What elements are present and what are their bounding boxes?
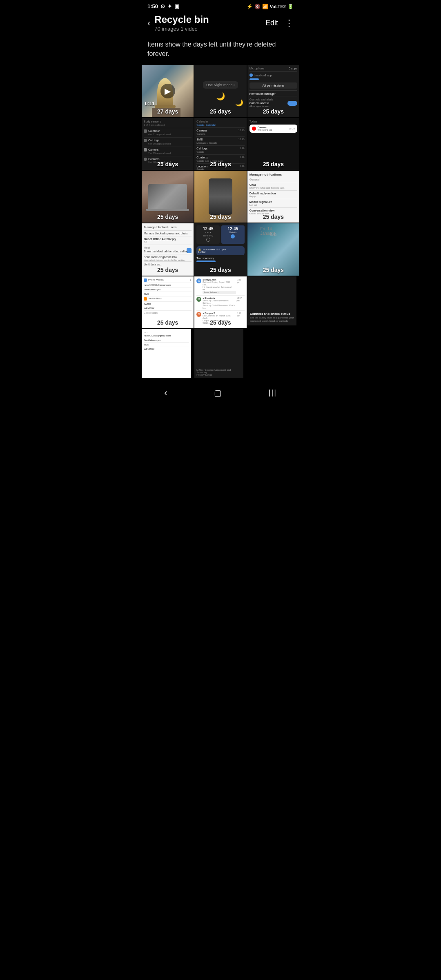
grid-item-2[interactable]: Use Night mode › 🌙 🌙 25 days — [194, 65, 246, 117]
grid-item-11[interactable]: 12:45 • • • • Icon only 12:45 Details 🔒 … — [194, 223, 246, 275]
title-block: Recycle bin 70 images 1 video — [154, 14, 209, 32]
status-bar: 1:50 ⊙ ✦ ▣ ⚡ 🔇 📶 VoLTE2 🔋 — [141, 0, 300, 11]
grid-item-1[interactable]: ▶ 0:11 27 days — [142, 65, 194, 117]
navigation-bar: ‹ ▢ ||| — [141, 381, 300, 403]
grid-item-4[interactable]: Body sensors 1 of 4 apps allowed Calenda… — [142, 118, 194, 170]
grid-item-5[interactable]: Calendar Google, Calendar Camera10:20 Ca… — [194, 118, 246, 170]
mute-icon: 🔇 — [254, 4, 261, 9]
time: 1:50 — [147, 3, 158, 9]
grid-item-9[interactable]: Manage notifications General Chat Show t… — [247, 171, 299, 223]
thumb-emaillist2: - - - rajesh20057@gmail.com Sent Message… — [142, 329, 191, 378]
page-title: Recycle bin — [154, 14, 209, 25]
info-text: Items show the days left until they're d… — [141, 33, 300, 62]
grid-item-12[interactable]: Fri. 14 January 签名 25 days — [247, 223, 299, 275]
days-label-14: 25 days — [194, 319, 246, 326]
thumb-samsung: ☑ User Licence Agreement and Samsung Pri… — [194, 329, 243, 378]
grid-item-3[interactable]: Microphone 0 apps Location 1 app All per… — [247, 65, 299, 117]
signal-text: VoLTE2 — [270, 4, 286, 9]
days-label-11: 25 days — [194, 267, 246, 273]
days-label-3: 25 days — [247, 108, 299, 115]
media-grid: ▶ 0:11 27 days Use Night mode › 🌙 🌙 25 d… — [141, 62, 300, 379]
nav-home-button[interactable]: ▢ — [206, 386, 230, 399]
page-header: ‹ Recycle bin 70 images 1 video Edit ⋮ — [141, 11, 300, 33]
days-label-13: 25 days — [142, 319, 194, 326]
grid-item-17[interactable]: ☑ User Licence Agreement and Samsung Pri… — [194, 329, 243, 378]
grid-item-15[interactable]: Connect and check status See the battery… — [247, 276, 296, 325]
wifi-icon: 📶 — [262, 4, 268, 9]
days-label-8: 25 days — [194, 214, 246, 220]
gallery-icon: ▣ — [174, 3, 179, 9]
grid-item-7[interactable]: 25 days — [142, 171, 194, 223]
battery-icon: 🔋 — [287, 4, 294, 9]
back-button[interactable]: ‹ — [147, 18, 150, 29]
days-label-4: 25 days — [142, 161, 194, 167]
days-label-2: 25 days — [194, 108, 246, 115]
camera-icon: ⊙ — [160, 3, 165, 9]
days-label-5: 25 days — [194, 161, 246, 167]
thumb-connect: Connect and check status See the battery… — [247, 276, 296, 325]
grid-item-14[interactable]: S Somya JainPatchwall Replay Report 2021… — [194, 276, 246, 328]
grid-item-6[interactable]: Today Camera While using app 16:20 25 da… — [247, 118, 299, 170]
bluetooth-icon: ⚡ — [247, 4, 253, 9]
moon-icon: 🌙 — [235, 99, 243, 107]
video-duration: 0:11 — [145, 101, 155, 107]
grid-item-16[interactable]: - - - rajesh20057@gmail.com Sent Message… — [142, 329, 191, 378]
video-play-icon: ▶ — [160, 84, 175, 98]
days-label-9: 25 days — [247, 214, 299, 220]
days-label-12: 25 days — [247, 267, 299, 273]
status-right: ⚡ 🔇 📶 VoLTE2 🔋 — [247, 4, 294, 9]
days-label-1: 27 days — [142, 108, 194, 115]
page-subtitle: 70 images 1 video — [154, 26, 209, 32]
grid-item-8[interactable]: 25 days — [194, 171, 246, 223]
days-label-6: 25 days — [247, 161, 299, 167]
more-options-button[interactable]: ⋮ — [285, 18, 294, 29]
nav-recents-button[interactable]: ||| — [261, 387, 285, 399]
header-actions: Edit ⋮ — [265, 18, 294, 29]
days-label-7: 25 days — [142, 214, 194, 220]
grid-item-13[interactable]: Phone Mantra★ rajesh20057@gmail.com Sent… — [142, 276, 194, 328]
grid-item-10[interactable]: Manage blocked users Manage blocked spac… — [142, 223, 194, 275]
edit-button[interactable]: Edit — [265, 19, 278, 27]
dnd-icon: ✦ — [167, 3, 172, 9]
status-left: 1:50 ⊙ ✦ ▣ — [147, 3, 179, 9]
days-label-10: 25 days — [142, 267, 194, 273]
header-left: ‹ Recycle bin 70 images 1 video — [147, 14, 209, 32]
nav-back-button[interactable]: ‹ — [156, 385, 176, 400]
